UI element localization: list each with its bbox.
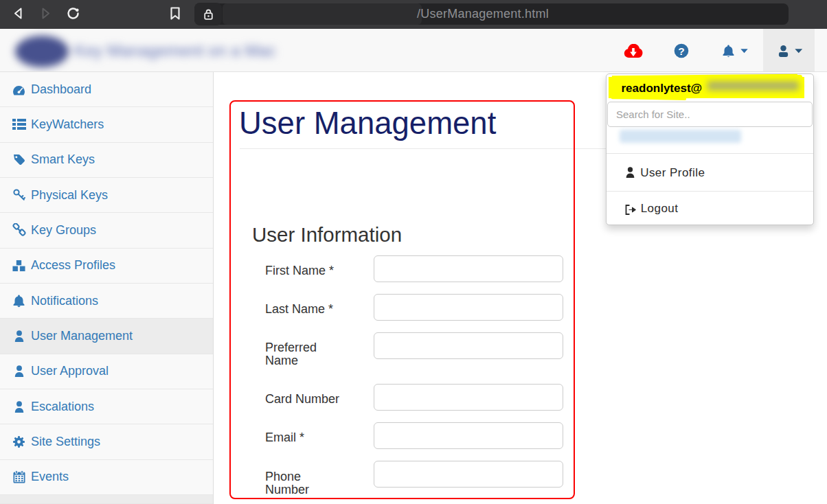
- svg-text:?: ?: [678, 45, 684, 56]
